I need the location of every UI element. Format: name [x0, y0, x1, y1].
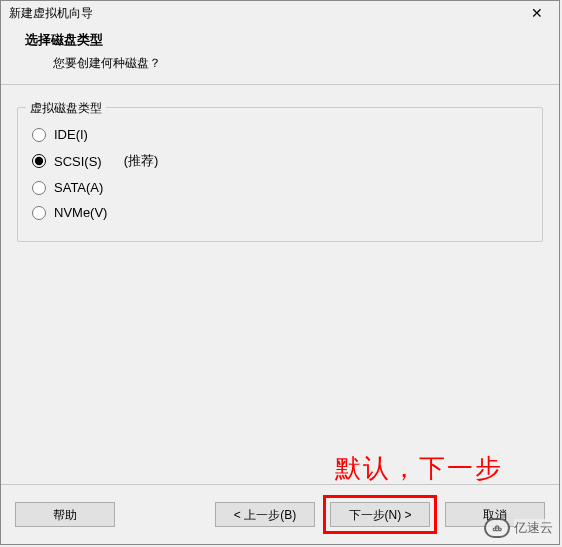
radio-scsi[interactable]: [32, 154, 46, 168]
disk-type-group: 虚拟磁盘类型 IDE(I) SCSI(S) (推荐) SATA(A) NVMe(…: [17, 107, 543, 242]
radio-row-nvme[interactable]: NVMe(V): [30, 200, 530, 225]
wizard-dialog: 新建虚拟机向导 ✕ 选择磁盘类型 您要创建何种磁盘？ 虚拟磁盘类型 IDE(I)…: [0, 0, 560, 545]
cancel-button[interactable]: 取消: [445, 502, 545, 527]
radio-label-nvme: NVMe(V): [54, 205, 107, 220]
radio-row-sata[interactable]: SATA(A): [30, 175, 530, 200]
radio-sata[interactable]: [32, 181, 46, 195]
radio-label-sata: SATA(A): [54, 180, 103, 195]
close-icon[interactable]: ✕: [523, 3, 551, 23]
radio-row-scsi[interactable]: SCSI(S) (推荐): [30, 147, 530, 175]
next-button[interactable]: 下一步(N) >: [330, 502, 430, 527]
button-bar: 帮助 < 上一步(B) 下一步(N) > 取消: [1, 484, 559, 544]
window-title: 新建虚拟机向导: [9, 5, 93, 22]
title-bar: 新建虚拟机向导 ✕: [1, 1, 559, 25]
recommended-label: (推荐): [124, 152, 159, 170]
page-subtitle: 您要创建何种磁盘？: [25, 55, 559, 72]
content-area: 虚拟磁盘类型 IDE(I) SCSI(S) (推荐) SATA(A) NVMe(…: [1, 85, 559, 242]
help-button[interactable]: 帮助: [15, 502, 115, 527]
radio-label-scsi: SCSI(S): [54, 154, 102, 169]
radio-nvme[interactable]: [32, 206, 46, 220]
radio-ide[interactable]: [32, 128, 46, 142]
wizard-header: 选择磁盘类型 您要创建何种磁盘？: [1, 25, 559, 84]
back-button[interactable]: < 上一步(B): [215, 502, 315, 527]
radio-row-ide[interactable]: IDE(I): [30, 122, 530, 147]
group-legend: 虚拟磁盘类型: [26, 100, 106, 117]
radio-label-ide: IDE(I): [54, 127, 88, 142]
page-title: 选择磁盘类型: [25, 31, 559, 49]
next-button-highlight: 下一步(N) >: [323, 495, 437, 534]
annotation-text: 默认，下一步: [335, 451, 503, 486]
